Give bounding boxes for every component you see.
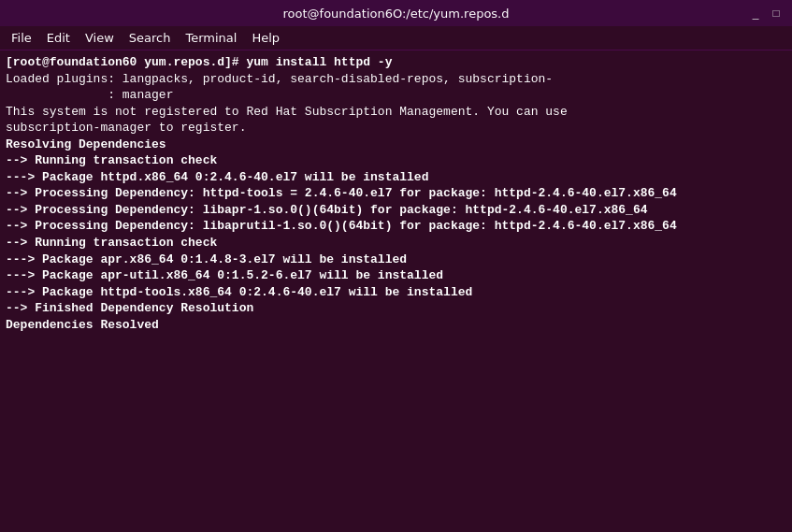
window-title: root@foundation6O:/etc/yum.repos.d [45,7,747,21]
terminal-line: --> Running transaction check [6,152,786,169]
terminal-line: --> Processing Dependency: libapr-1.so.0… [6,202,786,219]
terminal-line: This system is not registered to Red Hat… [6,104,786,121]
terminal-line: ---> Package apr-util.x86_64 0:1.5.2-6.e… [6,267,786,284]
terminal-line: ---> Package httpd.x86_64 0:2.4.6-40.el7… [6,169,786,186]
maximize-button[interactable]: □ [768,5,785,22]
menu-file[interactable]: File [4,29,39,47]
menu-terminal[interactable]: Terminal [178,29,244,47]
terminal-window: root@foundation6O:/etc/yum.repos.d _ □ F… [0,0,792,532]
menu-search[interactable]: Search [122,29,179,47]
terminal-line: Resolving Dependencies [6,137,786,153]
menu-view[interactable]: View [78,29,122,47]
menu-help[interactable]: Help [244,29,287,47]
menu-bar: File Edit View Search Terminal Help [0,26,792,50]
terminal-line: [root@foundation60 yum.repos.d]# yum ins… [6,54,786,71]
menu-edit[interactable]: Edit [39,29,78,47]
terminal-line: subscription-manager to register. [6,120,786,137]
terminal-line: ---> Package apr.x86_64 0:1.4.8-3.el7 wi… [6,252,786,268]
terminal-line: ---> Package httpd-tools.x86_64 0:2.4.6-… [6,284,786,301]
minimize-button[interactable]: _ [747,5,764,22]
terminal-line: : manager [6,87,786,104]
terminal-line: --> Running transaction check [6,235,786,252]
terminal-output[interactable]: [root@foundation60 yum.repos.d]# yum ins… [0,50,792,532]
terminal-line: Loaded plugins: langpacks, product-id, s… [6,71,786,88]
terminal-line: --> Finished Dependency Resolution [6,300,786,317]
terminal-line: Dependencies Resolved [6,317,786,334]
terminal-line: --> Processing Dependency: libaprutil-1.… [6,218,786,235]
title-bar: root@foundation6O:/etc/yum.repos.d _ □ [0,0,792,26]
terminal-line: --> Processing Dependency: httpd-tools =… [6,185,786,202]
window-controls: _ □ [747,5,785,22]
